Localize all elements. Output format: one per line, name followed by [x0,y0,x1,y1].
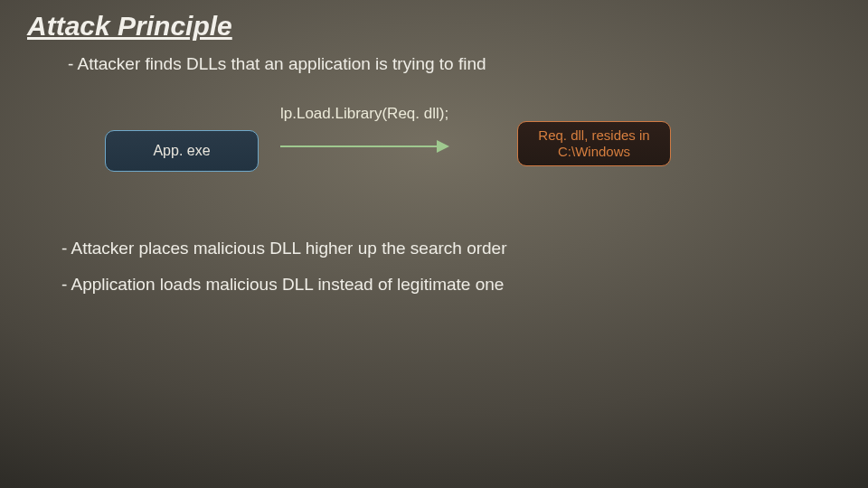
bullet-1: - Attacker finds DLLs that an applicatio… [68,54,486,74]
arrow-head-icon [437,140,449,153]
diagram-node-dll-label: Req. dll, resides in C:\Windows [518,127,670,160]
slide: Attack Principle - Attacker finds DLLs t… [0,0,868,488]
diagram-node-app: App. exe [105,130,259,172]
bullet-2: - Attacker places malicious DLL higher u… [61,239,507,258]
arrow-line [280,145,439,147]
diagram-call-label: lp.Load.Library(Req. dll); [280,105,448,123]
diagram-arrow [280,137,452,155]
diagram-node-dll: Req. dll, resides in C:\Windows [517,121,671,166]
diagram-node-app-label: App. exe [153,142,210,159]
bullet-3: - Application loads malicious DLL instea… [61,275,504,295]
slide-title: Attack Principle [27,11,232,42]
